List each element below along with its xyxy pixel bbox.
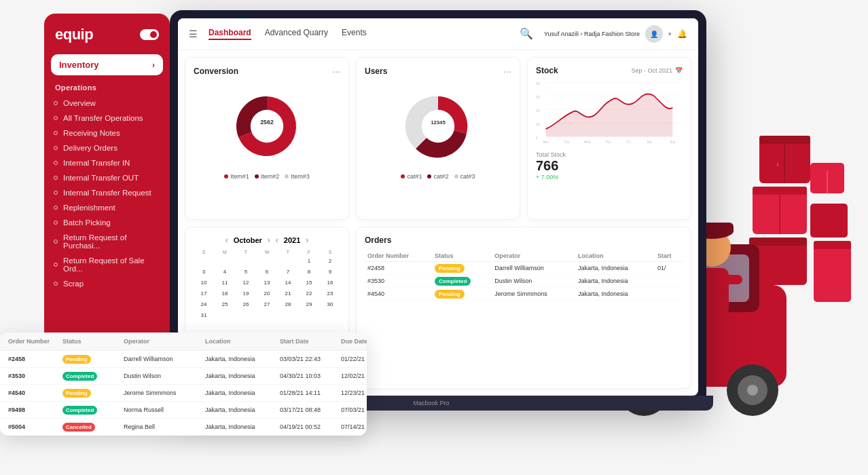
sidebar-item-replenishment[interactable]: Replenishment — [44, 200, 170, 215]
cal-day-10[interactable]: 10 — [194, 278, 214, 288]
order-status: Completed — [432, 274, 492, 287]
ft-location: Jakarta, Indonesia — [205, 356, 280, 362]
orders-row-1[interactable]: #3530 Completed Dustin Wilson Jakarta, I… — [365, 274, 683, 287]
cal-day-16[interactable]: 16 — [320, 278, 340, 288]
cal-day-14[interactable]: 14 — [278, 278, 298, 288]
ft-row-1[interactable]: #3530 Completed Dustin Wilson Jakarta, I… — [0, 368, 367, 385]
sidebar-item-scrap[interactable]: Scrap — [44, 276, 170, 291]
sidebar-dot — [54, 221, 58, 225]
cal-day-3[interactable]: 3 — [194, 267, 214, 277]
cal-day-11[interactable]: 11 — [215, 278, 235, 288]
calendar-prev-month-button[interactable]: ‹ — [225, 235, 228, 245]
calendar-prev-year-button[interactable]: ‹ — [276, 235, 278, 245]
svg-rect-36 — [719, 275, 742, 284]
toggle-icon[interactable] — [140, 29, 159, 40]
cal-day-5[interactable]: 5 — [236, 267, 256, 277]
ft-order-number: #9498 — [8, 406, 62, 413]
sidebar-logo: equip — [44, 26, 170, 54]
cal-day-15[interactable]: 15 — [299, 278, 319, 288]
ft-location: Jakarta, Indonesia — [205, 390, 280, 396]
cal-day-12[interactable]: 12 — [236, 278, 256, 288]
ft-row-0[interactable]: #2458 Pending Darrell Williamson Jakarta… — [0, 351, 367, 368]
tab-advanced-quarry[interactable]: Advanced Quarry — [265, 28, 328, 40]
cal-day-23[interactable]: 23 — [320, 288, 340, 299]
cal-day-18[interactable]: 18 — [215, 288, 235, 299]
calendar-next-year-button[interactable]: › — [306, 235, 308, 245]
cal-day-27[interactable]: 27 — [257, 299, 277, 309]
cal-day-13[interactable]: 13 — [257, 278, 277, 288]
sidebar-item-batch-picking[interactable]: Batch Picking — [44, 215, 170, 230]
user-info: Yusuf Anazili › Radja Fashion Store 👤 ▾ … — [544, 25, 687, 43]
sidebar-dot — [54, 176, 58, 180]
cal-day-17[interactable]: 17 — [194, 288, 214, 299]
cal-day-26[interactable]: 26 — [236, 299, 256, 309]
sidebar-item-overview[interactable]: Overview — [44, 96, 170, 111]
cal-day-30[interactable]: 30 — [320, 299, 340, 309]
col-order-number: Order Number — [365, 250, 432, 262]
cal-day-8[interactable]: 8 — [299, 267, 319, 277]
sidebar-label: Return Request of Sale Ord... — [63, 256, 160, 273]
ft-order-number: #2458 — [8, 356, 62, 362]
users-menu-button[interactable]: ··· — [503, 66, 511, 77]
orders-row-2[interactable]: #4540 Pending Jerome Simmmons Jakarta, I… — [365, 287, 683, 300]
sidebar-item-internal-transfer-request[interactable]: Internal Transfer Request — [44, 185, 170, 200]
ft-location: Jakarta, Indonesia — [205, 373, 280, 379]
ft-start-date: 03/03/21 22:43 — [280, 356, 341, 362]
ft-row-2[interactable]: #4540 Pending Jerome Simmmons Jakarta, I… — [0, 385, 367, 402]
users-legend: cat#1 cat#2 cat#3 — [365, 173, 511, 180]
cal-day-2[interactable]: 2 — [320, 256, 340, 266]
nav-tabs: Dashboard Advanced Quarry Events — [209, 28, 520, 40]
cal-day-empty-3 — [236, 256, 256, 266]
sidebar-label: Internal Transfer OUT — [63, 174, 139, 182]
sidebar-item-return-request-purchase[interactable]: Return Request of Purchasi... — [44, 230, 170, 253]
cal-day-21[interactable]: 21 — [278, 288, 298, 299]
cal-day-19[interactable]: 19 — [236, 288, 256, 299]
tab-events[interactable]: Events — [342, 28, 367, 40]
cal-day-1[interactable]: 1 — [299, 256, 319, 266]
users-legend-dot-2 — [427, 174, 431, 178]
search-icon[interactable]: 🔍 — [520, 27, 533, 41]
users-chart: 12345 — [365, 82, 511, 170]
ft-row-3[interactable]: #9498 Completed Norma Russell Jakarta, I… — [0, 402, 367, 419]
cal-day-29[interactable]: 29 — [299, 299, 319, 309]
cal-day-24[interactable]: 24 — [194, 299, 214, 309]
sidebar-item-internal-transfer-in[interactable]: Internal Transfer IN — [44, 155, 170, 170]
cal-day-28[interactable]: 28 — [278, 299, 298, 309]
ft-location: Jakarta, Indonesia — [205, 423, 280, 430]
floating-table-header: Order Number Status Operator Location St… — [0, 332, 367, 351]
cal-header-thu: T — [278, 249, 298, 255]
sidebar-item-all-transfer[interactable]: All Transfer Operations — [44, 111, 170, 126]
tab-dashboard[interactable]: Dashboard — [209, 28, 251, 40]
cal-day-7[interactable]: 7 — [278, 267, 298, 277]
users-legend-label-1: cat#1 — [407, 173, 422, 180]
cal-day-6[interactable]: 6 — [257, 267, 277, 277]
cal-day-22[interactable]: 22 — [299, 288, 319, 299]
sidebar-item-internal-transfer-out[interactable]: Internal Transfer OUT — [44, 170, 170, 185]
ft-operator: Jerome Simmmons — [124, 390, 205, 396]
cal-day-31[interactable]: 31 — [194, 310, 214, 320]
order-location: Jakarta, Indonesia — [575, 261, 655, 274]
cal-day-20[interactable]: 20 — [257, 288, 277, 299]
chevron-down-icon[interactable]: ▾ — [668, 31, 672, 37]
conversion-menu-button[interactable]: ··· — [332, 66, 340, 77]
sidebar-label: Replenishment — [63, 204, 115, 212]
hamburger-icon[interactable]: ☰ — [189, 28, 198, 39]
calendar-year-label: 2021 — [284, 236, 300, 244]
ft-start-date: 01/28/21 14:11 — [280, 390, 341, 396]
sidebar-item-return-request-sale[interactable]: Return Request of Sale Ord... — [44, 253, 170, 276]
inventory-button[interactable]: Inventory › — [51, 54, 163, 75]
cal-day-9[interactable]: 9 — [320, 267, 340, 277]
notification-icon[interactable]: 🔔 — [677, 29, 687, 39]
cal-day-25[interactable]: 25 — [215, 299, 235, 309]
ft-row-4[interactable]: #5004 Cancelled Regina Bell Jakarta, Ind… — [0, 419, 367, 436]
users-card-header: Users ··· — [365, 66, 511, 77]
floating-table-body: #2458 Pending Darrell Williamson Jakarta… — [0, 351, 367, 436]
sidebar-item-receiving-notes[interactable]: Receiving Notes — [44, 126, 170, 140]
sidebar-item-delivery-orders[interactable]: Delivery Orders — [44, 140, 170, 155]
calendar-icon[interactable]: 📅 — [675, 67, 683, 74]
ft-status: Pending — [62, 390, 124, 396]
cal-day-4[interactable]: 4 — [215, 267, 235, 277]
calendar-header: ‹ October › ‹ 2021 › — [194, 235, 340, 245]
calendar-next-month-button[interactable]: › — [268, 235, 270, 245]
orders-row-0[interactable]: #2458 Pending Darrell Williamson Jakarta… — [365, 261, 683, 274]
